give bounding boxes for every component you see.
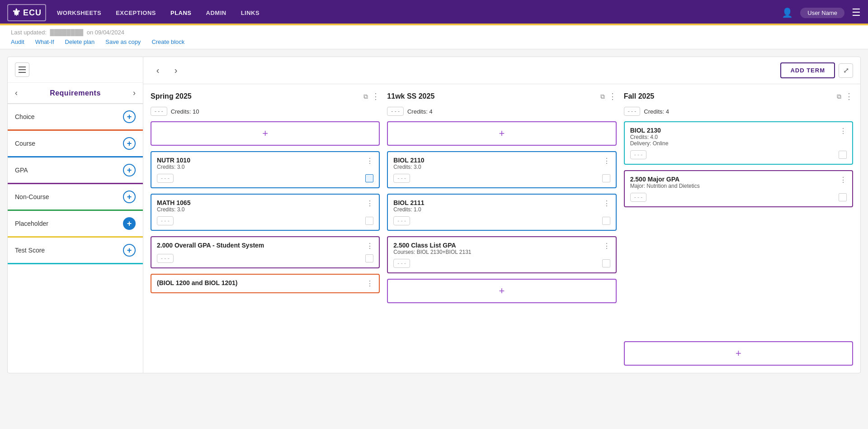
fall-2025-menu-button[interactable]: ⋮ bbox=[845, 91, 853, 101]
classlist-gpa-footer: - - - bbox=[393, 259, 610, 268]
course-card-biol2111: BIOL 2111 Credits: 1.0 ⋮ - - - bbox=[387, 194, 616, 231]
requirements-next-button[interactable]: › bbox=[133, 88, 136, 98]
prev-term-button[interactable]: ‹ bbox=[151, 63, 165, 78]
fall-2025-copy-icon[interactable]: ⧉ bbox=[837, 93, 841, 100]
create-block-link[interactable]: Create block bbox=[151, 38, 184, 45]
expand-button[interactable]: ⤢ bbox=[839, 63, 853, 78]
biol2110-footer: - - - bbox=[393, 174, 610, 183]
major-gpa-name: 2.500 Major GPA bbox=[630, 176, 700, 183]
classlist-gpa-placeholder: - - - bbox=[393, 259, 410, 268]
nav-plans[interactable]: PLANS bbox=[170, 10, 192, 16]
req-noncourse-add-button[interactable]: + bbox=[123, 191, 136, 203]
sidebar-menu-button[interactable] bbox=[15, 62, 29, 77]
spring-2025-header: Spring 2025 ⧉ ⋮ bbox=[151, 91, 380, 101]
course-card-math1065: MATH 1065 Credits: 3.0 ⋮ - - - bbox=[151, 194, 380, 231]
requirements-prev-button[interactable]: ‹ bbox=[15, 88, 18, 98]
course-card-nutr1010: NUTR 1010 Credits: 3.0 ⋮ - - - bbox=[151, 151, 380, 188]
ss-2025-menu-button[interactable]: ⋮ bbox=[609, 91, 617, 101]
save-as-copy-link[interactable]: Save as copy bbox=[105, 38, 141, 45]
user-icon[interactable]: 👤 bbox=[782, 7, 793, 18]
req-course-add-button[interactable]: + bbox=[123, 137, 136, 150]
biol2130-menu-button[interactable]: ⋮ bbox=[840, 127, 847, 135]
biol2111-menu-button[interactable]: ⋮ bbox=[603, 199, 610, 208]
what-if-link[interactable]: What-If bbox=[35, 38, 54, 45]
nutr1010-checkbox[interactable] bbox=[365, 174, 373, 182]
math1065-checkbox[interactable] bbox=[365, 217, 373, 225]
spring-2025-copy-icon[interactable]: ⧉ bbox=[363, 93, 368, 100]
username-display[interactable]: User Name bbox=[800, 8, 844, 18]
sub-actions: Audit What-If Delete plan Save as copy C… bbox=[11, 38, 857, 45]
biol2110-checkbox[interactable] bbox=[602, 174, 610, 182]
biol12xx-menu-button[interactable]: ⋮ bbox=[366, 279, 373, 288]
terms-grid: Spring 2025 ⧉ ⋮ - - - Credits: 10 + NUTR… bbox=[143, 84, 860, 373]
delete-plan-link[interactable]: Delete plan bbox=[65, 38, 95, 45]
top-navigation: ⚜ ECU WORKSHEETS EXCEPTIONS PLANS ADMIN … bbox=[0, 0, 868, 25]
nav-exceptions[interactable]: EXCEPTIONS bbox=[116, 10, 156, 16]
req-choice-label: Choice bbox=[15, 113, 35, 120]
next-term-button[interactable]: › bbox=[169, 63, 183, 78]
nutr1010-menu-button[interactable]: ⋮ bbox=[366, 157, 373, 165]
classlist-gpa-checkbox[interactable] bbox=[602, 259, 610, 267]
nutr1010-credits: Credits: 3.0 bbox=[157, 164, 190, 170]
ss-2025-copy-icon[interactable]: ⧉ bbox=[600, 93, 605, 100]
nutr1010-info: NUTR 1010 Credits: 3.0 bbox=[157, 157, 190, 170]
course-card-biol2110: BIOL 2110 Credits: 3.0 ⋮ - - - bbox=[387, 151, 616, 188]
add-term-button[interactable]: ADD TERM bbox=[780, 62, 835, 78]
req-noncourse-label: Non-Course bbox=[15, 193, 49, 200]
classlist-gpa-name: 2.500 Class List GPA bbox=[393, 242, 471, 249]
nav-admin[interactable]: ADMIN bbox=[206, 10, 226, 16]
biol2110-name: BIOL 2110 bbox=[393, 157, 424, 164]
term-fall-2025: Fall 2025 ⧉ ⋮ - - - Credits: 4 BIOL 2130… bbox=[624, 91, 853, 366]
sidebar-item-course[interactable]: Course + bbox=[8, 131, 143, 157]
ecu-logo: ⚜ ECU bbox=[7, 4, 46, 21]
nav-worksheets[interactable]: WORKSHEETS bbox=[57, 10, 101, 16]
req-gpa-add-button[interactable]: + bbox=[123, 164, 136, 176]
req-testscore-add-button[interactable]: + bbox=[123, 244, 136, 257]
overall-gpa-info: 2.000 Overall GPA - Student System bbox=[157, 242, 264, 249]
requirements-title: Requirements bbox=[50, 89, 101, 97]
biol2110-header: BIOL 2110 Credits: 3.0 ⋮ bbox=[393, 157, 610, 170]
major-gpa-checkbox[interactable] bbox=[839, 193, 847, 201]
major-gpa-placeholder: - - - bbox=[630, 193, 647, 202]
overall-gpa-name: 2.000 Overall GPA - Student System bbox=[157, 242, 264, 249]
sidebar-item-placeholder[interactable]: Placeholder + bbox=[8, 211, 143, 238]
sidebar-item-gpa[interactable]: GPA + bbox=[8, 157, 143, 184]
sub-header: Last updated: ████████ on 09/04/2024 Aud… bbox=[0, 25, 868, 49]
hamburger-line-3 bbox=[19, 72, 26, 73]
nav-links-item[interactable]: LINKS bbox=[241, 10, 260, 16]
biol2110-info: BIOL 2110 Credits: 3.0 bbox=[393, 157, 424, 170]
spring-2025-add-course-button[interactable]: + bbox=[151, 121, 380, 146]
course-card-major-gpa: 2.500 Major GPA Major: Nutrition and Die… bbox=[624, 170, 853, 207]
req-course-label: Course bbox=[15, 140, 35, 147]
biol2130-checkbox[interactable] bbox=[839, 151, 847, 159]
major-gpa-menu-button[interactable]: ⋮ bbox=[840, 176, 847, 184]
spring-2025-credits: Credits: 10 bbox=[171, 108, 199, 115]
ss-2025-bottom-add-button[interactable]: + bbox=[387, 279, 616, 303]
req-placeholder-label: Placeholder bbox=[15, 220, 48, 227]
hamburger-line-2 bbox=[19, 69, 26, 70]
sidebar-item-testscore[interactable]: Test Score + bbox=[8, 238, 143, 264]
biol2111-checkbox[interactable] bbox=[602, 217, 610, 225]
ss-2025-title: 11wk SS 2025 bbox=[387, 92, 596, 100]
hamburger-line-1 bbox=[19, 67, 26, 67]
overall-gpa-menu-button[interactable]: ⋮ bbox=[366, 242, 373, 250]
nutr1010-header: NUTR 1010 Credits: 3.0 ⋮ bbox=[157, 157, 373, 170]
overall-gpa-checkbox[interactable] bbox=[365, 254, 373, 262]
overall-gpa-footer: - - - bbox=[157, 254, 373, 263]
req-placeholder-add-button[interactable]: + bbox=[123, 217, 136, 230]
classlist-gpa-menu-button[interactable]: ⋮ bbox=[603, 242, 610, 250]
last-updated-user: ████████ bbox=[50, 29, 83, 36]
biol2130-placeholder: - - - bbox=[630, 150, 647, 159]
spring-2025-credits-row: - - - Credits: 10 bbox=[151, 107, 380, 116]
req-choice-add-button[interactable]: + bbox=[123, 110, 136, 123]
biol2110-menu-button[interactable]: ⋮ bbox=[603, 157, 610, 165]
major-gpa-header: 2.500 Major GPA Major: Nutrition and Die… bbox=[630, 176, 847, 189]
sidebar-item-choice[interactable]: Choice + bbox=[8, 104, 143, 131]
spring-2025-menu-button[interactable]: ⋮ bbox=[372, 91, 380, 101]
ss-2025-add-course-button[interactable]: + bbox=[387, 121, 616, 146]
sidebar-item-noncourse[interactable]: Non-Course + bbox=[8, 184, 143, 211]
math1065-menu-button[interactable]: ⋮ bbox=[366, 199, 373, 208]
fall-2025-add-course-button[interactable]: + bbox=[624, 341, 853, 366]
audit-link[interactable]: Audit bbox=[11, 38, 24, 45]
hamburger-menu-icon[interactable]: ☰ bbox=[852, 7, 861, 19]
